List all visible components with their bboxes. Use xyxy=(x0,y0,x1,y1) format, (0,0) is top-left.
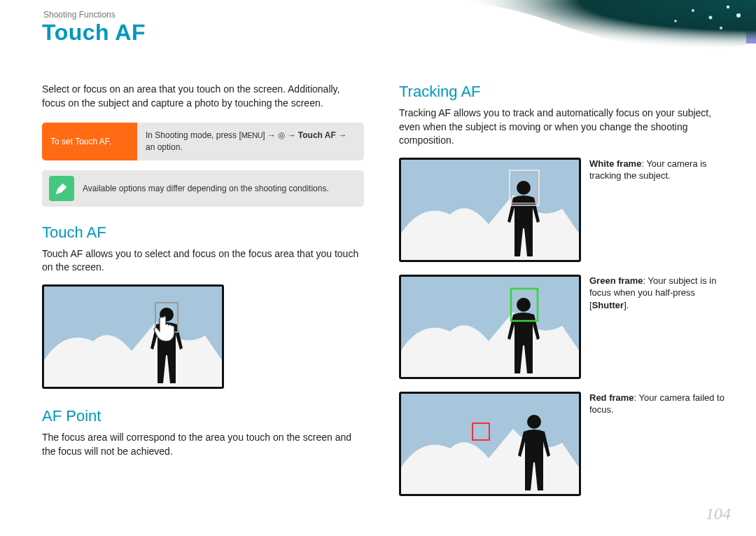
red-frame-box xyxy=(471,422,491,441)
page-number: 104 xyxy=(706,504,731,523)
svg-point-12 xyxy=(527,415,541,429)
section-heading-af-point: AF Point xyxy=(42,407,364,425)
section-body-af-point: The focus area will correspond to the ar… xyxy=(42,431,364,458)
instruction-label: To set Touch AF, xyxy=(42,123,137,160)
pen-icon xyxy=(49,176,74,201)
caption-red: Red frame: Your camera failed to focus. xyxy=(589,392,724,416)
caption-white: White frame: Your camera is tracking the… xyxy=(589,158,724,182)
breadcrumb: Shooting Functions xyxy=(43,10,115,20)
illustration-red-frame xyxy=(399,392,581,496)
green-frame-box xyxy=(509,287,540,323)
caption-green: Green frame: Your subject is in focus wh… xyxy=(589,275,724,312)
illustration-touch-af xyxy=(42,284,224,389)
note-text: Available options may differ depending o… xyxy=(83,184,329,193)
illustration-white-frame xyxy=(399,158,581,262)
page-title: Touch AF xyxy=(42,20,146,46)
right-column: Tracking AF Tracking AF allows you to tr… xyxy=(399,83,724,496)
svg-rect-9 xyxy=(510,170,539,205)
section-heading-tracking-af: Tracking AF xyxy=(399,83,724,101)
svg-point-4 xyxy=(674,20,677,22)
svg-rect-11 xyxy=(511,289,538,321)
manual-page: { "header": { "breadcrumb": "Shooting Fu… xyxy=(0,0,756,536)
white-frame-box xyxy=(509,170,540,206)
instruction-row: To set Touch AF, In Shooting mode, press… xyxy=(42,123,364,160)
section-body-tracking-af: Tracking AF allows you to track and auto… xyxy=(399,106,724,148)
svg-point-2 xyxy=(736,13,741,18)
svg-rect-13 xyxy=(472,423,489,440)
side-tab xyxy=(746,3,756,43)
intro-text: Select or focus on an area that you touc… xyxy=(42,83,364,110)
svg-point-1 xyxy=(720,27,722,29)
left-column: Select or focus on an area that you touc… xyxy=(42,83,364,468)
instruction-text: In Shooting mode, press [MENU] → ◎ → Tou… xyxy=(137,123,364,160)
section-heading-touch-af: Touch AF xyxy=(42,224,364,242)
touch-hand-icon xyxy=(150,313,180,343)
svg-point-0 xyxy=(709,16,713,20)
note-box: Available options may differ depending o… xyxy=(42,170,364,207)
section-body-touch-af: Touch AF allows you to select and focus … xyxy=(42,247,364,275)
decorative-curve xyxy=(462,0,756,70)
svg-point-3 xyxy=(692,9,694,12)
menu-button-glyph: MENU xyxy=(241,131,262,139)
svg-rect-8 xyxy=(512,172,537,203)
svg-point-5 xyxy=(727,6,729,8)
camera-icon: ◎ xyxy=(278,130,285,140)
illustration-green-frame xyxy=(399,275,581,379)
